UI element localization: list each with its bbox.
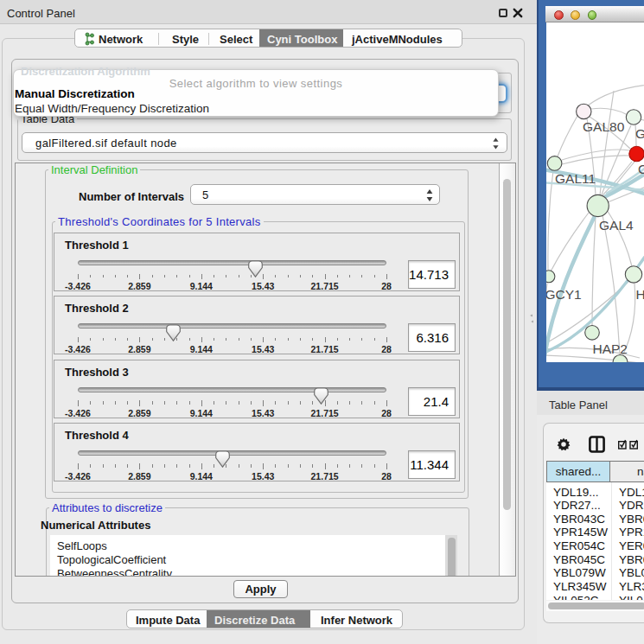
- svg-text:GAL80: GAL80: [583, 119, 625, 134]
- svg-text:GAL11: GAL11: [555, 171, 596, 186]
- svg-text:GCY1: GCY1: [546, 287, 582, 302]
- svg-text:GAL4: GAL4: [599, 218, 634, 233]
- svg-text:HI: HI: [636, 287, 644, 302]
- svg-text:GAL1: GAL1: [635, 126, 644, 141]
- svg-text:HAP2: HAP2: [593, 341, 628, 356]
- svg-text:CY: CY: [638, 162, 644, 176]
